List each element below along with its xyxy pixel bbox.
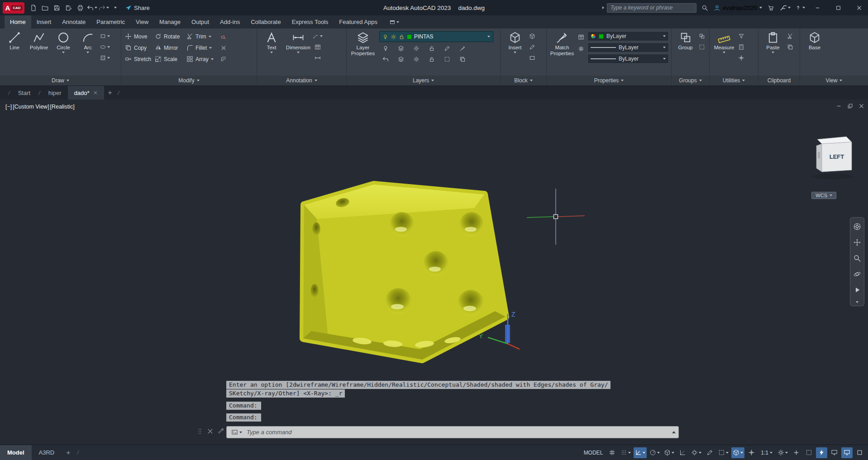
table-button[interactable]: [313, 43, 323, 52]
layer-properties-button[interactable]: Layer Properties: [349, 30, 377, 57]
tab-parametric[interactable]: Parametric: [91, 15, 130, 28]
panel-label-layers[interactable]: Layers: [347, 76, 500, 85]
navbar-options-icon[interactable]: [856, 301, 858, 303]
block-attributes-button[interactable]: [527, 53, 537, 62]
panel-label-clipboard[interactable]: Clipboard: [758, 76, 800, 85]
array-button[interactable]: Array: [185, 55, 219, 63]
cut-button[interactable]: [785, 32, 795, 41]
tab-home[interactable]: Home: [5, 15, 31, 28]
properties-list-button[interactable]: [576, 33, 586, 42]
plot-button[interactable]: [74, 2, 86, 14]
zoom-button[interactable]: [852, 254, 862, 263]
new-file-button[interactable]: [27, 2, 39, 14]
object-color-dropdown[interactable]: ByLayer: [587, 31, 669, 41]
viewport-view-control[interactable]: [Custom View]: [13, 104, 49, 110]
id-point-button[interactable]: [736, 53, 746, 62]
model-tab[interactable]: Model: [0, 445, 32, 460]
layer-previous-button[interactable]: [381, 55, 391, 64]
tab-insert[interactable]: Insert: [31, 15, 57, 28]
autocad-app-menu[interactable]: A CAD: [3, 2, 24, 14]
drawing-viewport[interactable]: [−] [Custom View] [Realistic]: [0, 100, 868, 445]
search-button[interactable]: [699, 2, 711, 14]
rotate-button[interactable]: Rotate: [153, 33, 185, 40]
close-window-button[interactable]: [850, 0, 868, 15]
circle-button[interactable]: Circle: [51, 30, 76, 55]
panel-label-groups[interactable]: Groups: [672, 76, 709, 85]
full-navigation-wheel-button[interactable]: [852, 222, 862, 231]
model-space-toggle[interactable]: MODEL: [582, 450, 606, 456]
viewcube-face-label[interactable]: LEFT: [830, 153, 844, 160]
save-as-button[interactable]: [62, 2, 74, 14]
doc-minimize-icon[interactable]: [836, 103, 842, 109]
dimension-style-button[interactable]: [313, 53, 323, 62]
make-current-layer-button[interactable]: [442, 44, 452, 53]
tab-view[interactable]: View: [130, 15, 154, 28]
account-menu[interactable]: evafrias2020: [714, 5, 762, 11]
annotation-scale-dropdown[interactable]: 1:1: [758, 450, 775, 456]
command-input[interactable]: [244, 429, 672, 436]
dice-3d-model[interactable]: [303, 185, 506, 360]
polar-tracking-toggle[interactable]: [648, 447, 661, 458]
line-button[interactable]: Line: [2, 30, 27, 52]
mirror-button[interactable]: Mirror: [153, 44, 185, 52]
layer-match-button[interactable]: [458, 44, 467, 53]
polyline-button[interactable]: Polyline: [27, 30, 51, 52]
layer-lock-button[interactable]: [427, 44, 437, 53]
base-view-button[interactable]: Base: [802, 30, 827, 52]
group-button[interactable]: Group: [674, 30, 697, 52]
orbit-button[interactable]: [852, 270, 862, 279]
isometric-drafting-toggle[interactable]: [663, 447, 676, 458]
wcs-dropdown[interactable]: WCS: [811, 192, 836, 199]
help-button[interactable]: [794, 2, 806, 14]
insert-block-button[interactable]: Insert: [503, 30, 527, 55]
panel-label-annotation[interactable]: Annotation: [257, 76, 346, 85]
copy-button[interactable]: Copy: [124, 44, 153, 52]
create-block-button[interactable]: [527, 32, 537, 41]
tab-collaborate[interactable]: Collaborate: [245, 15, 286, 28]
offset-button[interactable]: [219, 55, 229, 64]
clean-screen-button[interactable]: [841, 447, 853, 458]
object-snap-tracking-toggle[interactable]: [677, 447, 688, 458]
panel-label-view[interactable]: View: [800, 76, 868, 85]
viewport-visual-style-control[interactable]: [Realistic]: [50, 104, 75, 110]
search-expand-icon[interactable]: [602, 6, 604, 9]
quick-calc-button[interactable]: [736, 43, 746, 52]
layer-freeze-all-button[interactable]: [442, 55, 452, 64]
trim-button[interactable]: Trim: [185, 33, 219, 40]
quick-access-customize-button[interactable]: [110, 2, 121, 14]
customization-button[interactable]: [854, 447, 865, 458]
model-canvas[interactable]: Z Y: [0, 100, 868, 445]
selection-cycling-toggle[interactable]: [717, 447, 730, 458]
tab-output[interactable]: Output: [186, 15, 215, 28]
share-button[interactable]: Share: [125, 5, 150, 11]
ortho-mode-toggle[interactable]: [634, 447, 647, 458]
command-input-bar[interactable]: [226, 426, 679, 438]
match-properties-button[interactable]: Match Properties: [549, 30, 575, 57]
explode-button[interactable]: [219, 43, 229, 52]
quick-select-button[interactable]: [736, 32, 746, 41]
layer-unisolate-button[interactable]: [411, 55, 421, 64]
pan-button[interactable]: [852, 238, 862, 247]
panel-label-draw[interactable]: Draw: [0, 76, 121, 85]
3d-object-snap-toggle[interactable]: [731, 447, 744, 458]
leader-button[interactable]: [313, 32, 323, 41]
layout-tab-a3rd[interactable]: A3RD: [32, 445, 62, 460]
panel-label-utilities[interactable]: Utilities: [710, 76, 758, 85]
ellipse-button[interactable]: [100, 43, 110, 52]
rectangle-button[interactable]: [100, 32, 110, 41]
file-tab-start[interactable]: Start: [12, 86, 37, 100]
expand-history-icon[interactable]: [672, 431, 676, 433]
copy-clip-button[interactable]: [785, 43, 795, 52]
erase-button[interactable]: [219, 32, 229, 41]
tab-add-ins[interactable]: Add-ins: [215, 15, 245, 28]
save-button[interactable]: [51, 2, 62, 14]
doc-restore-icon[interactable]: [847, 103, 853, 109]
block-editor-button[interactable]: [527, 43, 537, 52]
tab-annotate[interactable]: Annotate: [57, 15, 91, 28]
dimension-button[interactable]: Dimension: [284, 30, 313, 55]
panel-label-modify[interactable]: Modify: [121, 76, 257, 85]
file-tab-dado[interactable]: dado*: [68, 86, 104, 100]
stretch-button[interactable]: Stretch: [124, 55, 153, 63]
maximize-window-button[interactable]: [829, 0, 847, 15]
move-button[interactable]: Move: [124, 33, 153, 40]
